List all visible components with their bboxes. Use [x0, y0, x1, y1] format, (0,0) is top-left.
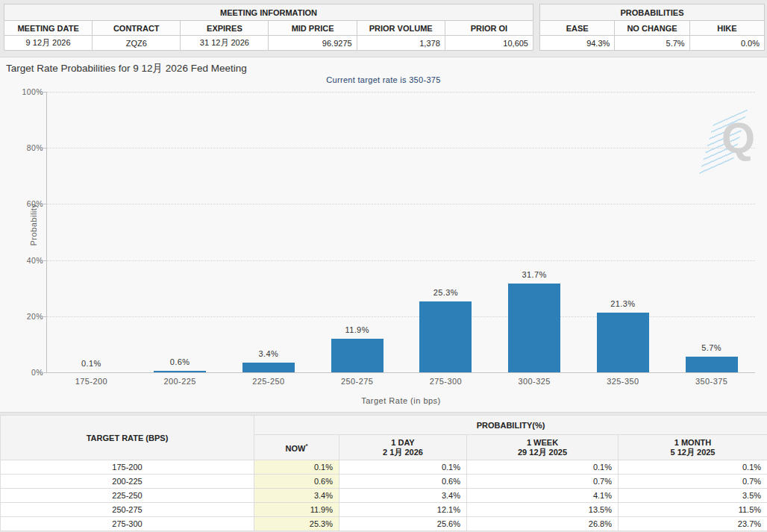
probability-value-cell: 0.7%	[467, 475, 619, 489]
gridline-80	[47, 148, 755, 148]
probability-bar[interactable]	[686, 357, 738, 372]
bar-value-label: 0.6%	[170, 357, 190, 366]
meeting-information-table: MEETING INFORMATION MEETING DATECONTRACT…	[4, 4, 533, 51]
probability-value-cell: 0.1%	[467, 460, 619, 475]
meeting-info-value: 1,378	[357, 36, 445, 51]
fedwatch-page: MEETING INFORMATION MEETING DATECONTRACT…	[0, 0, 767, 532]
x-axis-tick-label: 300-325	[519, 377, 551, 386]
bar-value-label: 25.3%	[433, 288, 458, 297]
probability-table-row: 200-2250.6%0.6%0.7%0.7%	[1, 475, 767, 489]
y-axis-tick-label: 40%	[27, 256, 43, 265]
chart-menu-button[interactable]	[740, 63, 755, 75]
probabilities-summary-column-header: NO CHANGE	[615, 21, 689, 36]
x-axis-tick-label: 225-250	[252, 377, 284, 386]
y-axis-tick	[43, 260, 47, 261]
y-axis-tick-label: 60%	[27, 199, 43, 208]
probability-table-row: 225-2503.4%3.4%4.1%3.5%	[1, 489, 767, 503]
bar-value-label: 5.7%	[701, 343, 721, 352]
meeting-info-value: 96.9275	[269, 36, 357, 51]
probability-bar[interactable]	[508, 284, 560, 372]
gridline-60	[47, 204, 755, 204]
meeting-information-header-row: MEETING DATECONTRACTEXPIRESMID PRICEPRIO…	[4, 21, 533, 36]
probability-value-cell: 23.7%	[619, 517, 767, 531]
meeting-info-value: 9 12月 2026	[4, 36, 93, 51]
probabilities-summary-column-header: HIKE	[689, 21, 764, 36]
meeting-info-column-header: CONTRACT	[93, 21, 181, 36]
y-axis-tick	[43, 204, 47, 204]
probability-table-row: 275-30025.3%25.6%26.8%23.7%	[1, 517, 767, 531]
chart-panel: Target Rate Probabilities for 9 12月 2026…	[0, 57, 767, 413]
meeting-info-value: 10,605	[445, 36, 533, 51]
meeting-information-value-row: 9 12月 2026ZQZ631 12月 202696.92751,37810,…	[4, 36, 533, 51]
history-column-header: 1 DAY2 1月 2026	[339, 435, 467, 460]
x-axis-tick-label: 175-200	[75, 377, 107, 386]
probability-bar[interactable]	[154, 371, 206, 372]
y-axis-tick-label: 20%	[27, 312, 43, 321]
probability-value-cell: 3.4%	[339, 489, 467, 503]
probability-value-cell: 13.5%	[467, 503, 619, 517]
meeting-info-column-header: MID PRICE	[269, 21, 357, 36]
target-rate-cell: 275-300	[1, 517, 254, 531]
bar-value-label: 0.1%	[81, 359, 101, 368]
probability-value-cell: 4.1%	[467, 489, 619, 503]
gridline-40	[47, 260, 755, 261]
bar-chart-plot-area: Probability Target Rate (in bps) 0%20%40…	[46, 92, 755, 372]
x-axis-tick-label: 275-300	[430, 377, 462, 386]
bar-value-label: 21.3%	[610, 299, 635, 308]
target-rate-cell: 175-200	[1, 460, 254, 475]
gridline-100	[47, 92, 755, 93]
probability-bar[interactable]	[242, 363, 295, 372]
x-axis-tick-label: 325-350	[607, 377, 639, 386]
history-column-header: 1 WEEK29 12月 2025	[467, 435, 619, 460]
target-rate-cell: 200-225	[1, 475, 254, 489]
target-rate-cell: 225-250	[1, 489, 254, 503]
probabilities-summary-table: PROBABILITIES EASENO CHANGEHIKE 94.3%5.7…	[539, 4, 765, 51]
meeting-info-column-header: MEETING DATE	[4, 21, 93, 36]
probabilities-summary-title: PROBABILITIES	[540, 4, 765, 21]
bar-value-label: 3.4%	[259, 349, 279, 358]
history-column-header: 1 MONTH5 12月 2025	[619, 435, 767, 460]
meeting-info-column-header: PRIOR OI	[445, 21, 533, 36]
x-axis-tick-label: 350-375	[695, 377, 727, 386]
gridline-0	[47, 372, 755, 373]
history-column-header: NOW*	[254, 435, 339, 460]
meeting-information-title: MEETING INFORMATION	[4, 4, 533, 21]
probability-bar[interactable]	[419, 301, 472, 372]
probability-value-cell: 0.1%	[254, 460, 339, 475]
probabilities-summary-value-row: 94.3%5.7%0.0%	[540, 36, 765, 51]
top-summary-section: MEETING INFORMATION MEETING DATECONTRACT…	[0, 4, 767, 54]
chart-subtitle: Current target rate is 350-375	[0, 75, 767, 84]
probability-group-header: PROBABILITY(%)	[254, 416, 767, 435]
probability-value-cell: 25.6%	[339, 517, 467, 531]
probability-table-row: 250-27511.9%12.1%13.5%11.5%	[1, 503, 767, 517]
chart-title: Target Rate Probabilities for 9 12月 2026…	[6, 62, 247, 75]
meeting-info-value: ZQZ6	[93, 36, 181, 51]
probability-bar[interactable]	[331, 339, 384, 372]
x-axis-tick-label: 200-225	[164, 377, 196, 386]
meeting-info-column-header: PRIOR VOLUME	[357, 21, 445, 36]
probability-value-cell: 3.4%	[254, 489, 339, 503]
y-axis-tick-label: 100%	[22, 87, 43, 96]
probabilities-summary-value: 0.0%	[689, 36, 764, 51]
meeting-info-column-header: EXPIRES	[181, 21, 269, 36]
probability-value-cell: 0.1%	[619, 460, 767, 475]
probability-value-cell: 26.8%	[467, 517, 619, 531]
x-axis-title: Target Rate (in bps)	[47, 396, 755, 405]
target-rate-bps-header: TARGET RATE (BPS)	[1, 416, 254, 460]
probability-history-table: TARGET RATE (BPS) PROBABILITY(%) NOW*1 D…	[0, 415, 767, 531]
probability-bar[interactable]	[597, 313, 649, 372]
bar-value-label: 11.9%	[345, 325, 369, 334]
probability-value-cell: 11.5%	[619, 503, 767, 517]
probabilities-summary-value: 94.3%	[540, 36, 615, 51]
probability-value-cell: 25.3%	[254, 517, 339, 531]
probability-value-cell: 0.6%	[339, 475, 467, 489]
probability-value-cell: 0.1%	[339, 460, 467, 475]
probability-table-row: 175-2000.1%0.1%0.1%0.1%	[1, 460, 767, 475]
y-axis-tick	[43, 316, 47, 317]
probabilities-summary-value: 5.7%	[615, 36, 689, 51]
target-rate-cell: 250-275	[1, 503, 254, 517]
y-axis-tick	[43, 92, 47, 93]
y-axis-title: Probability	[29, 204, 38, 246]
probability-value-cell: 0.7%	[619, 475, 767, 489]
probabilities-summary-header-row: EASENO CHANGEHIKE	[540, 21, 765, 36]
